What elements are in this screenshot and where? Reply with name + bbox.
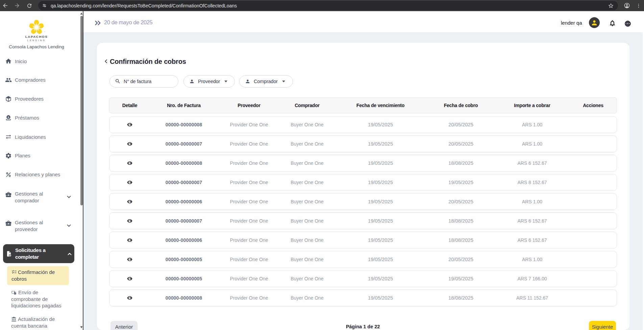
svg-text:S: S: [7, 116, 9, 119]
